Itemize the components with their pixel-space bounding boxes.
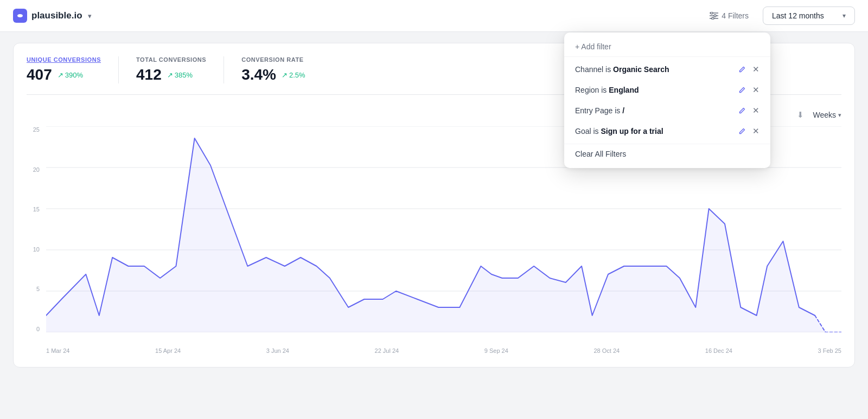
total-conversions-value-row: 412 ↗ 385% (136, 66, 206, 83)
filter-item-goal: Goal is Sign up for a trial ✕ (564, 121, 770, 141)
weeks-label: Weeks (813, 111, 836, 119)
filter-goal-actions: ✕ (737, 126, 760, 136)
total-conversions-value: 412 (136, 66, 162, 83)
conversion-rate-change: ↗ 2.5% (282, 71, 305, 79)
x-axis: 1 Mar 24 15 Apr 24 3 Jun 24 22 Jul 24 9 … (46, 337, 841, 354)
arrow-up-icon-3: ↗ (282, 71, 288, 79)
filter-entrypage-actions: ✕ (737, 106, 760, 115)
weeks-button[interactable]: Weeks ▾ (813, 111, 841, 119)
arrow-up-icon: ↗ (58, 71, 63, 79)
conversion-rate-value-row: 3.4% ↗ 2.5% (241, 66, 305, 83)
unique-conversions-label[interactable]: UNIQUE CONVERSIONS (27, 56, 101, 63)
unique-conversions-change: ↗ 390% (58, 71, 83, 79)
filter-channel-close-icon[interactable]: ✕ (752, 65, 760, 74)
filter-region-edit-icon[interactable] (737, 85, 747, 95)
filter-goal-value: Sign up for a trial (601, 127, 663, 136)
filter-item-entrypage: Entry Page is / ✕ (564, 100, 770, 121)
unique-conversions-value-row: 407 ↗ 390% (27, 66, 101, 83)
weeks-chevron-icon: ▾ (838, 112, 841, 119)
arrow-up-icon-2: ↗ (167, 71, 173, 79)
filter-goal-edit-icon[interactable] (737, 126, 747, 136)
conversion-rate-value: 3.4% (241, 66, 276, 83)
clear-all-filters[interactable]: Clear All Filters (564, 144, 770, 164)
filters-label: 4 Filters (722, 11, 749, 20)
y-label-25: 25 (33, 126, 40, 133)
filter-region-text: Region is England (575, 86, 737, 94)
y-label-5: 5 (36, 286, 40, 292)
x-label-sep: 9 Sep 24 (484, 347, 508, 354)
total-conversions-stat: TOTAL CONVERSIONS 412 ↗ 385% (136, 56, 224, 83)
filter-entrypage-text: Entry Page is / (575, 106, 737, 115)
filter-goal-text: Goal is Sign up for a trial (575, 127, 737, 136)
filter-region-actions: ✕ (737, 85, 760, 95)
x-label-mar: 1 Mar 24 (46, 347, 69, 354)
add-filter-item[interactable]: + Add filter (564, 37, 770, 57)
filter-entrypage-close-icon[interactable]: ✕ (752, 106, 760, 115)
date-range-chevron-icon: ▾ (843, 12, 846, 20)
header-right: 4 Filters Last 12 months ▾ (704, 7, 855, 25)
y-label-10: 10 (33, 246, 40, 253)
y-label-15: 15 (33, 206, 40, 212)
filter-channel-actions: ✕ (737, 65, 760, 74)
svg-point-4 (711, 12, 713, 14)
x-label-apr: 15 Apr 24 (155, 347, 181, 354)
x-label-oct: 28 Oct 24 (593, 347, 620, 354)
filters-button[interactable]: 4 Filters (704, 8, 754, 23)
filter-dropdown: + Add filter Channel is Organic Search ✕… (564, 33, 770, 168)
svg-point-6 (712, 17, 714, 20)
filter-channel-text: Channel is Organic Search (575, 65, 737, 74)
filter-item-region: Region is England ✕ (564, 80, 770, 100)
header: plausible.io ▾ 4 Filters Last 12 months … (0, 0, 868, 32)
svg-point-5 (714, 15, 716, 17)
y-label-0: 0 (36, 326, 40, 332)
logo-text: plausible.io (31, 10, 82, 21)
x-label-dec: 16 Dec 24 (705, 347, 732, 354)
filter-entrypage-value: / (622, 106, 624, 115)
download-button[interactable]: ⬇ (795, 108, 806, 122)
filter-channel-edit-icon[interactable] (737, 65, 747, 74)
y-axis: 25 20 15 10 5 0 (27, 126, 42, 332)
clear-all-label: Clear All Filters (575, 150, 626, 158)
date-range-button[interactable]: Last 12 months ▾ (763, 7, 855, 25)
filter-goal-close-icon[interactable]: ✕ (752, 126, 760, 136)
filter-channel-value: Organic Search (613, 65, 669, 74)
filter-item-channel: Channel is Organic Search ✕ (564, 59, 770, 80)
unique-conversions-stat: UNIQUE CONVERSIONS 407 ↗ 390% (27, 56, 119, 83)
filter-region-close-icon[interactable]: ✕ (752, 85, 760, 95)
filters-icon (710, 12, 718, 20)
total-conversions-label: TOTAL CONVERSIONS (136, 56, 206, 63)
download-icon: ⬇ (797, 110, 804, 119)
date-range-label: Last 12 months (772, 11, 824, 20)
logo-area[interactable]: plausible.io ▾ (13, 9, 92, 23)
conversion-rate-label: CONVERSION RATE (241, 56, 305, 63)
conversion-rate-stat: CONVERSION RATE 3.4% ↗ 2.5% (241, 56, 322, 83)
x-label-jul: 22 Jul 24 (375, 347, 399, 354)
logo-chevron-icon: ▾ (88, 12, 92, 20)
x-label-jun: 3 Jun 24 (266, 347, 289, 354)
filter-region-value: England (609, 86, 639, 94)
total-conversions-change: ↗ 385% (167, 71, 193, 79)
plausible-logo-icon (13, 9, 27, 23)
add-filter-label: + Add filter (575, 42, 611, 51)
x-label-feb: 3 Feb 25 (818, 347, 841, 354)
y-label-20: 20 (33, 166, 40, 173)
filter-entrypage-edit-icon[interactable] (737, 106, 747, 115)
unique-conversions-value: 407 (27, 66, 52, 83)
